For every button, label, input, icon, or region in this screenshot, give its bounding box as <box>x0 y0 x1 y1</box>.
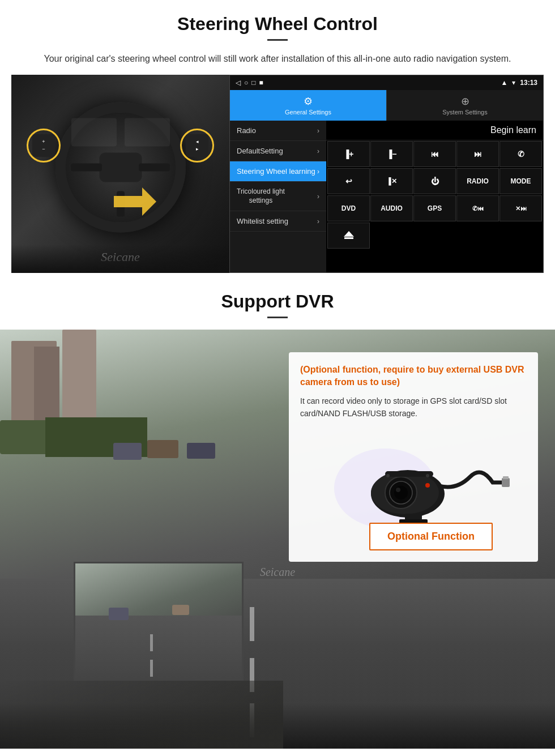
title-divider <box>267 39 288 41</box>
ctrl-mode[interactable]: MODE <box>500 168 542 194</box>
controls-row1: ▐+ ▐− ⏮ ⏭ ✆ <box>326 140 543 168</box>
ctrl-audio-label: AUDIO <box>381 204 403 212</box>
section1-subtitle: Your original car's steering wheel contr… <box>0 52 555 75</box>
svg-point-16 <box>386 474 390 477</box>
dvr-small-screenshot <box>74 562 244 681</box>
menu-item-steering-label: Steering Wheel learning <box>237 167 315 176</box>
controls-row3: DVD AUDIO GPS ✆⏮ ✕⏭ <box>326 195 543 222</box>
ctrl-phone[interactable]: ✆ <box>500 141 542 167</box>
ctrl-power[interactable]: ⏻ <box>413 168 456 194</box>
svg-marker-0 <box>114 187 156 216</box>
whitelist-chevron-icon: › <box>317 217 319 225</box>
ctrl-gps[interactable]: GPS <box>413 195 456 221</box>
ctrl-eject[interactable] <box>327 223 370 249</box>
menu-item-whitelist[interactable]: Whitelist setting › <box>230 211 326 232</box>
status-bar: ◁ ○ □ ■ ▲ ▾ 13:13 <box>230 75 543 90</box>
nav-icons: ◁ ○ □ ■ <box>236 79 263 87</box>
dvr-info-card: (Optional function, require to buy exter… <box>289 352 538 562</box>
controls-row2: ↩ ▐✕ ⏻ RADIO MODE <box>326 168 543 195</box>
ctrl-radio-label: RADIO <box>467 177 489 185</box>
settings-content: Radio › DefaultSetting › Steering Wheel … <box>230 121 543 272</box>
menu-item-steering[interactable]: Steering Wheel learning › <box>230 161 326 182</box>
settings-menu: Radio › DefaultSetting › Steering Wheel … <box>230 121 326 272</box>
svg-point-15 <box>425 483 430 488</box>
svg-rect-1 <box>344 237 353 239</box>
tab-system[interactable]: ⊕ System Settings <box>386 90 543 121</box>
svg-point-10 <box>394 486 408 499</box>
recent-icon[interactable]: □ <box>251 79 255 87</box>
ctrl-dvd[interactable]: DVD <box>327 195 370 221</box>
ctrl-gps-label: GPS <box>428 204 442 212</box>
dvr-heading: Support DVR <box>23 291 532 312</box>
steering-chevron-icon: › <box>317 168 319 176</box>
dvr-bg: Seicane (Optional function, require to b… <box>0 330 555 749</box>
optional-function-button[interactable]: Optional Function <box>369 523 493 550</box>
ctrl-back[interactable]: ↩ <box>327 168 370 194</box>
wheel-highlight-right: ◂ ▸ <box>180 129 214 163</box>
general-settings-icon: ⚙ <box>304 95 313 108</box>
ctrl-prev[interactable]: ⏮ <box>413 141 456 167</box>
menu-item-tricoloured-label: Tricoloured lightsettings <box>237 187 285 205</box>
ctrl-radio[interactable]: RADIO <box>456 168 499 194</box>
yellow-arrow <box>108 182 159 224</box>
menu-item-radio-label: Radio <box>237 126 256 135</box>
section1-title-area: Steering Wheel Control <box>0 0 555 52</box>
android-panel: ◁ ○ □ ■ ▲ ▾ 13:13 ⚙ General Settings ⊕ S… <box>229 75 544 273</box>
system-settings-icon: ⊕ <box>461 95 469 108</box>
ui-screenshot-container: + − ◂ ▸ Seicane ◁ ○ □ <box>11 75 544 273</box>
radio-chevron-icon: › <box>317 127 319 135</box>
ctrl-phone-next[interactable]: ✕⏭ <box>500 195 542 221</box>
ctrl-mode-label: MODE <box>511 177 531 185</box>
menu-item-default-label: DefaultSetting <box>237 147 283 155</box>
dvr-title-divider <box>267 317 288 318</box>
ctrl-mute[interactable]: ▐✕ <box>370 168 413 194</box>
menu-item-whitelist-label: Whitelist setting <box>237 217 288 225</box>
menu-item-radio[interactable]: Radio › <box>230 121 326 141</box>
ctrl-audio[interactable]: AUDIO <box>370 195 413 221</box>
status-time: 13:13 <box>520 79 537 87</box>
menu-item-defaultsetting[interactable]: DefaultSetting › <box>230 141 326 161</box>
section1-heading: Steering Wheel Control <box>23 14 532 35</box>
tab-general[interactable]: ⚙ General Settings <box>230 90 386 121</box>
ctrl-phone-prev[interactable]: ✆⏮ <box>456 195 499 221</box>
section2: Support DVR Seicane (Optional function, … <box>0 280 555 749</box>
wifi-icon: ▾ <box>512 79 515 87</box>
dvr-title-area: Support DVR <box>0 280 555 330</box>
dvr-desc-text: It can record video only to storage in G… <box>300 395 527 420</box>
svg-rect-5 <box>503 476 509 479</box>
signal-icon: ▲ <box>501 79 507 87</box>
tricoloured-chevron-icon: › <box>317 193 319 200</box>
svg-point-17 <box>426 474 429 477</box>
steering-wheel-photo: + − ◂ ▸ Seicane <box>11 75 229 273</box>
controls-row4 <box>326 222 543 249</box>
menu-item-tricoloured[interactable]: Tricoloured lightsettings › <box>230 182 326 211</box>
ctrl-next[interactable]: ⏭ <box>456 141 499 167</box>
settings-tabs: ⚙ General Settings ⊕ System Settings <box>230 90 543 121</box>
ctrl-dvd-label: DVD <box>341 204 356 212</box>
back-icon[interactable]: ◁ <box>236 79 241 87</box>
begin-learn-button[interactable]: Begin learn <box>490 125 536 135</box>
svg-marker-2 <box>344 231 354 237</box>
dvr-optional-text: (Optional function, require to buy exter… <box>300 364 527 389</box>
system-settings-label: System Settings <box>442 109 487 116</box>
home-icon[interactable]: ○ <box>244 79 248 87</box>
ctrl-vol-up[interactable]: ▐+ <box>327 141 370 167</box>
general-settings-label: General Settings <box>285 109 331 116</box>
seicane-dvr-watermark: Seicane <box>260 566 295 579</box>
svg-point-11 <box>396 488 400 492</box>
svg-rect-4 <box>502 478 510 487</box>
begin-learn-row: Begin learn <box>326 121 543 140</box>
default-chevron-icon: › <box>317 147 319 155</box>
menu-icon[interactable]: ■ <box>259 79 263 87</box>
wheel-highlight-left: + − <box>27 129 61 163</box>
learning-panel: Begin learn ▐+ ▐− ⏮ ⏭ ✆ ↩ ▐✕ ⏻ RADIO MOD… <box>326 121 543 272</box>
ctrl-vol-down[interactable]: ▐− <box>370 141 413 167</box>
